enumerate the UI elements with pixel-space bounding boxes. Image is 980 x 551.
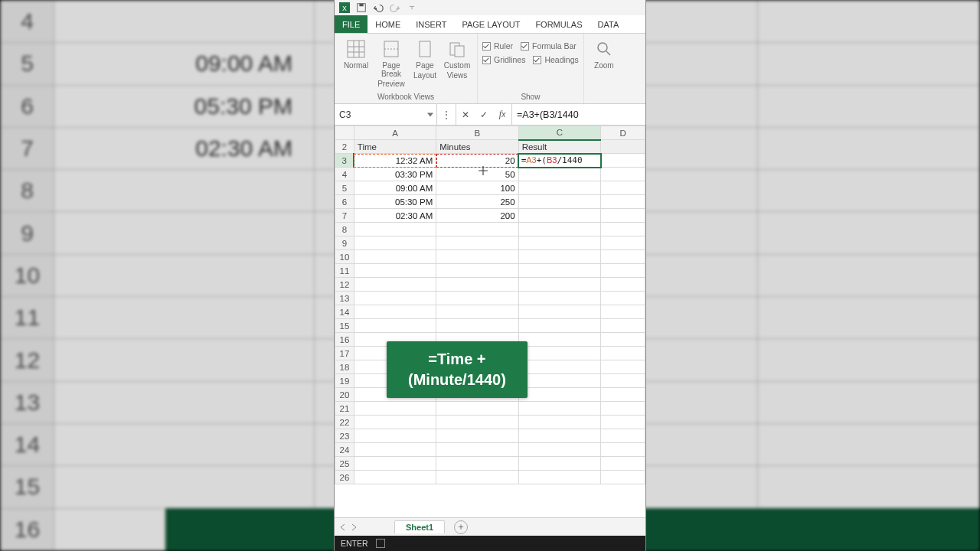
cell-B24[interactable] (436, 443, 518, 457)
cell-B13[interactable] (436, 292, 518, 305)
cell-D4[interactable] (601, 168, 645, 181)
cell-C18[interactable] (518, 360, 600, 374)
cell-B7[interactable]: 200 (436, 209, 518, 223)
cell-B21[interactable] (436, 402, 518, 416)
cell-B22[interactable] (436, 416, 518, 429)
cell-D24[interactable] (601, 443, 645, 457)
name-box[interactable]: C3 (335, 104, 437, 125)
row-header-19[interactable]: 19 (335, 374, 354, 388)
row-header-16[interactable]: 16 (335, 333, 354, 347)
cell-A24[interactable] (354, 443, 436, 457)
macro-record-icon[interactable] (376, 539, 385, 548)
tab-page-layout[interactable]: PAGE LAYOUT (454, 15, 528, 33)
cell-D7[interactable] (601, 209, 645, 223)
cell-D20[interactable] (601, 388, 645, 402)
cell-A10[interactable] (354, 250, 436, 264)
cell-B11[interactable] (436, 264, 518, 278)
cell-A25[interactable] (354, 457, 436, 471)
cell-A6[interactable]: 05:30 PM (354, 195, 436, 209)
cell-D11[interactable] (601, 264, 645, 278)
row-header-26[interactable]: 26 (335, 471, 354, 484)
cell-A13[interactable] (354, 292, 436, 305)
cell-C25[interactable] (518, 457, 600, 471)
tab-formulas[interactable]: FORMULAS (528, 15, 590, 33)
row-header-20[interactable]: 20 (335, 388, 354, 402)
cell-C10[interactable] (518, 250, 600, 264)
cell-B6[interactable]: 250 (436, 195, 518, 209)
cell-A22[interactable] (354, 416, 436, 429)
cell-D26[interactable] (601, 471, 645, 484)
row-header-2[interactable]: 2 (335, 140, 354, 154)
insert-function-button[interactable]: fx (493, 104, 511, 125)
cell-B10[interactable] (436, 250, 518, 264)
cell-C22[interactable] (518, 416, 600, 429)
cell-A21[interactable] (354, 402, 436, 416)
cell-B5[interactable]: 100 (436, 181, 518, 195)
undo-icon[interactable] (373, 2, 384, 13)
formula-input[interactable]: =A3+(B3/1440 (512, 104, 645, 125)
cell-A14[interactable] (354, 305, 436, 319)
cell-D9[interactable] (601, 236, 645, 250)
sheet-tab-sheet1[interactable]: Sheet1 (394, 520, 445, 533)
row-header-9[interactable]: 9 (335, 236, 354, 250)
cell-B26[interactable] (436, 471, 518, 484)
cell-D14[interactable] (601, 305, 645, 319)
cell-A3[interactable]: 12:32 AM (354, 154, 436, 168)
cell-B23[interactable] (436, 429, 518, 443)
row-header-11[interactable]: 11 (335, 264, 354, 278)
col-header-C[interactable]: C (518, 126, 600, 140)
cell-D18[interactable] (601, 360, 645, 374)
tab-data[interactable]: DATA (590, 15, 627, 33)
row-header-13[interactable]: 13 (335, 292, 354, 305)
cell-C5[interactable] (518, 181, 600, 195)
cell-D22[interactable] (601, 416, 645, 429)
cell-B9[interactable] (436, 236, 518, 250)
row-header-15[interactable]: 15 (335, 319, 354, 333)
qat-customize-icon[interactable] (407, 2, 417, 13)
cell-C21[interactable] (518, 402, 600, 416)
row-header-22[interactable]: 22 (335, 416, 354, 429)
cell-B12[interactable] (436, 278, 518, 292)
row-header-14[interactable]: 14 (335, 305, 354, 319)
cell-A4[interactable]: 03:30 PM (354, 168, 436, 181)
zoom-button[interactable]: Zoom (589, 37, 619, 70)
sheet-nav-next-icon[interactable] (350, 520, 358, 534)
col-header-B[interactable]: B (436, 126, 518, 140)
cell-A8[interactable] (354, 223, 436, 236)
cell-C8[interactable] (518, 223, 600, 236)
worksheet-grid[interactable]: ABCD2TimeMinutesResult312:32 AM20=A3+(B3… (335, 126, 645, 517)
select-all-corner[interactable] (335, 126, 354, 140)
cell-D8[interactable] (601, 223, 645, 236)
col-header-D[interactable]: D (601, 126, 645, 140)
sheet-nav-prev-icon[interactable] (339, 520, 347, 534)
row-header-4[interactable]: 4 (335, 168, 354, 181)
view-pagelayout-button[interactable]: Page Layout (410, 37, 440, 80)
cell-C2[interactable]: Result (518, 140, 600, 154)
cell-B3[interactable]: 20 (436, 154, 518, 168)
row-header-3[interactable]: 3 (335, 154, 354, 168)
cell-C3[interactable]: =A3+(B3/1440 (518, 154, 600, 168)
cell-A12[interactable] (354, 278, 436, 292)
view-normal-button[interactable]: Normal (339, 37, 373, 70)
cell-D3[interactable] (601, 154, 645, 168)
view-custom-button[interactable]: Custom Views (442, 37, 472, 80)
cell-B4[interactable]: 50 (436, 168, 518, 181)
row-header-10[interactable]: 10 (335, 250, 354, 264)
row-header-21[interactable]: 21 (335, 402, 354, 416)
cell-A11[interactable] (354, 264, 436, 278)
cell-B8[interactable] (436, 223, 518, 236)
cell-D13[interactable] (601, 292, 645, 305)
cell-A15[interactable] (354, 319, 436, 333)
cell-B15[interactable] (436, 319, 518, 333)
cell-C16[interactable] (518, 333, 600, 347)
row-header-17[interactable]: 17 (335, 347, 354, 360)
cancel-edit-button[interactable]: ✕ (456, 104, 475, 125)
tab-file[interactable]: FILE (335, 15, 368, 33)
chk-formula-bar[interactable]: Formula Bar (521, 41, 577, 51)
chk-ruler[interactable]: Ruler (482, 41, 513, 51)
cell-D2[interactable] (601, 140, 645, 154)
cell-C19[interactable] (518, 374, 600, 388)
cell-D16[interactable] (601, 333, 645, 347)
row-header-24[interactable]: 24 (335, 443, 354, 457)
cell-C24[interactable] (518, 443, 600, 457)
